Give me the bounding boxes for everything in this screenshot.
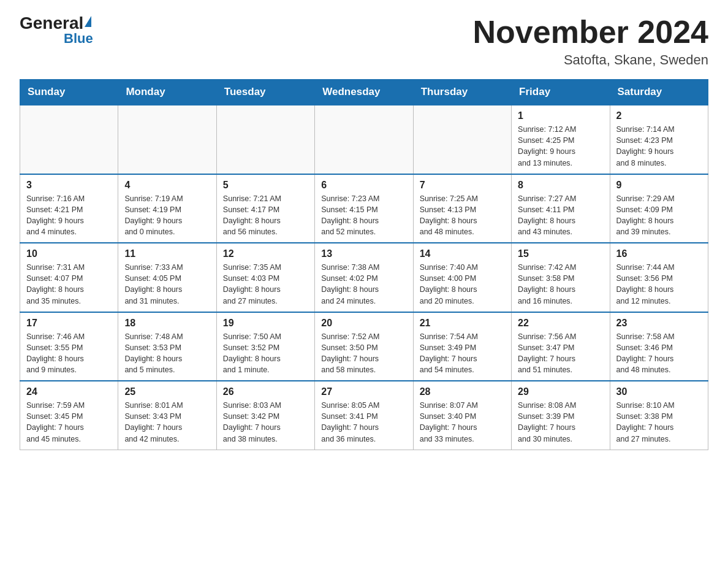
cell-w2d1: 4Sunrise: 7:19 AM Sunset: 4:19 PM Daylig…: [118, 174, 216, 243]
day-number: 16: [616, 248, 702, 259]
col-sunday: Sunday: [20, 80, 118, 105]
title-block: November 2024 Satofta, Skane, Sweden: [473, 15, 708, 68]
day-info: Sunrise: 7:16 AM Sunset: 4:21 PM Dayligh…: [26, 193, 112, 238]
logo-general-line: General: [20, 15, 91, 32]
logo-blue-text: Blue: [64, 31, 93, 46]
logo: General Blue: [20, 15, 93, 45]
logo-general-text: General: [20, 15, 83, 32]
day-info: Sunrise: 8:05 AM Sunset: 3:41 PM Dayligh…: [321, 400, 406, 445]
cell-w4d4: 21Sunrise: 7:54 AM Sunset: 3:49 PM Dayli…: [413, 312, 511, 381]
cell-w1d2: [216, 105, 314, 174]
day-info: Sunrise: 8:01 AM Sunset: 3:43 PM Dayligh…: [124, 400, 210, 445]
col-friday: Friday: [512, 80, 610, 105]
day-info: Sunrise: 7:12 AM Sunset: 4:25 PM Dayligh…: [518, 124, 603, 169]
day-number: 6: [321, 180, 406, 191]
day-number: 15: [518, 248, 603, 259]
day-info: Sunrise: 7:35 AM Sunset: 4:03 PM Dayligh…: [223, 262, 308, 307]
cell-w5d2: 26Sunrise: 8:03 AM Sunset: 3:42 PM Dayli…: [216, 381, 314, 450]
cell-w2d6: 9Sunrise: 7:29 AM Sunset: 4:09 PM Daylig…: [610, 174, 708, 243]
day-info: Sunrise: 7:48 AM Sunset: 3:53 PM Dayligh…: [124, 331, 210, 376]
week-row-2: 3Sunrise: 7:16 AM Sunset: 4:21 PM Daylig…: [20, 174, 708, 243]
day-info: Sunrise: 8:03 AM Sunset: 3:42 PM Dayligh…: [223, 400, 308, 445]
cell-w4d0: 17Sunrise: 7:46 AM Sunset: 3:55 PM Dayli…: [20, 312, 118, 381]
day-number: 4: [124, 180, 210, 191]
cell-w2d3: 6Sunrise: 7:23 AM Sunset: 4:15 PM Daylig…: [315, 174, 413, 243]
cell-w2d4: 7Sunrise: 7:25 AM Sunset: 4:13 PM Daylig…: [413, 174, 511, 243]
week-row-1: 1Sunrise: 7:12 AM Sunset: 4:25 PM Daylig…: [20, 105, 708, 174]
cell-w5d1: 25Sunrise: 8:01 AM Sunset: 3:43 PM Dayli…: [118, 381, 216, 450]
day-number: 28: [420, 386, 505, 397]
week-row-5: 24Sunrise: 7:59 AM Sunset: 3:45 PM Dayli…: [20, 381, 708, 450]
day-number: 5: [223, 180, 308, 191]
logo-blue-line: Blue: [42, 32, 93, 45]
cell-w2d5: 8Sunrise: 7:27 AM Sunset: 4:11 PM Daylig…: [512, 174, 610, 243]
day-number: 23: [616, 318, 702, 329]
day-info: Sunrise: 7:38 AM Sunset: 4:02 PM Dayligh…: [321, 262, 406, 307]
day-number: 7: [420, 180, 505, 191]
day-info: Sunrise: 7:58 AM Sunset: 3:46 PM Dayligh…: [616, 331, 702, 376]
cell-w2d0: 3Sunrise: 7:16 AM Sunset: 4:21 PM Daylig…: [20, 174, 118, 243]
col-wednesday: Wednesday: [315, 80, 413, 105]
day-number: 27: [321, 386, 406, 397]
cell-w3d3: 13Sunrise: 7:38 AM Sunset: 4:02 PM Dayli…: [315, 243, 413, 312]
cell-w1d1: [118, 105, 216, 174]
cell-w3d4: 14Sunrise: 7:40 AM Sunset: 4:00 PM Dayli…: [413, 243, 511, 312]
day-number: 18: [124, 318, 210, 329]
day-number: 22: [518, 318, 603, 329]
day-number: 9: [616, 180, 702, 191]
day-number: 29: [518, 386, 603, 397]
day-number: 24: [26, 386, 112, 397]
day-info: Sunrise: 7:40 AM Sunset: 4:00 PM Dayligh…: [420, 262, 505, 307]
day-number: 1: [518, 110, 603, 121]
day-number: 19: [223, 318, 308, 329]
day-number: 17: [26, 318, 112, 329]
calendar-title: November 2024: [473, 15, 708, 50]
header-row: Sunday Monday Tuesday Wednesday Thursday…: [20, 80, 708, 105]
cell-w5d0: 24Sunrise: 7:59 AM Sunset: 3:45 PM Dayli…: [20, 381, 118, 450]
cell-w4d5: 22Sunrise: 7:56 AM Sunset: 3:47 PM Dayli…: [512, 312, 610, 381]
logo-triangle-icon: [85, 16, 91, 27]
day-info: Sunrise: 8:08 AM Sunset: 3:39 PM Dayligh…: [518, 400, 603, 445]
cell-w5d5: 29Sunrise: 8:08 AM Sunset: 3:39 PM Dayli…: [512, 381, 610, 450]
day-info: Sunrise: 7:27 AM Sunset: 4:11 PM Dayligh…: [518, 193, 603, 238]
day-info: Sunrise: 7:46 AM Sunset: 3:55 PM Dayligh…: [26, 331, 112, 376]
week-row-4: 17Sunrise: 7:46 AM Sunset: 3:55 PM Dayli…: [20, 312, 708, 381]
cell-w3d0: 10Sunrise: 7:31 AM Sunset: 4:07 PM Dayli…: [20, 243, 118, 312]
col-saturday: Saturday: [610, 80, 708, 105]
day-number: 20: [321, 318, 406, 329]
day-number: 12: [223, 248, 308, 259]
cell-w1d6: 2Sunrise: 7:14 AM Sunset: 4:23 PM Daylig…: [610, 105, 708, 174]
day-info: Sunrise: 8:10 AM Sunset: 3:38 PM Dayligh…: [616, 400, 702, 445]
day-number: 30: [616, 386, 702, 397]
day-info: Sunrise: 8:07 AM Sunset: 3:40 PM Dayligh…: [420, 400, 505, 445]
cell-w3d1: 11Sunrise: 7:33 AM Sunset: 4:05 PM Dayli…: [118, 243, 216, 312]
day-info: Sunrise: 7:29 AM Sunset: 4:09 PM Dayligh…: [616, 193, 702, 238]
calendar-subtitle: Satofta, Skane, Sweden: [473, 52, 708, 68]
header: General Blue November 2024 Satofta, Skan…: [20, 15, 708, 68]
day-info: Sunrise: 7:23 AM Sunset: 4:15 PM Dayligh…: [321, 193, 406, 238]
col-tuesday: Tuesday: [216, 80, 314, 105]
col-monday: Monday: [118, 80, 216, 105]
day-number: 13: [321, 248, 406, 259]
day-info: Sunrise: 7:56 AM Sunset: 3:47 PM Dayligh…: [518, 331, 603, 376]
cell-w4d6: 23Sunrise: 7:58 AM Sunset: 3:46 PM Dayli…: [610, 312, 708, 381]
week-row-3: 10Sunrise: 7:31 AM Sunset: 4:07 PM Dayli…: [20, 243, 708, 312]
cell-w5d4: 28Sunrise: 8:07 AM Sunset: 3:40 PM Dayli…: [413, 381, 511, 450]
day-info: Sunrise: 7:31 AM Sunset: 4:07 PM Dayligh…: [26, 262, 112, 307]
col-thursday: Thursday: [413, 80, 511, 105]
day-number: 11: [124, 248, 210, 259]
cell-w2d2: 5Sunrise: 7:21 AM Sunset: 4:17 PM Daylig…: [216, 174, 314, 243]
day-info: Sunrise: 7:14 AM Sunset: 4:23 PM Dayligh…: [616, 124, 702, 169]
cell-w1d3: [315, 105, 413, 174]
cell-w1d4: [413, 105, 511, 174]
day-number: 26: [223, 386, 308, 397]
cell-w3d6: 16Sunrise: 7:44 AM Sunset: 3:56 PM Dayli…: [610, 243, 708, 312]
calendar-table: Sunday Monday Tuesday Wednesday Thursday…: [20, 79, 708, 450]
cell-w4d2: 19Sunrise: 7:50 AM Sunset: 3:52 PM Dayli…: [216, 312, 314, 381]
cell-w5d3: 27Sunrise: 8:05 AM Sunset: 3:41 PM Dayli…: [315, 381, 413, 450]
cell-w4d3: 20Sunrise: 7:52 AM Sunset: 3:50 PM Dayli…: [315, 312, 413, 381]
cell-w1d0: [20, 105, 118, 174]
day-info: Sunrise: 7:59 AM Sunset: 3:45 PM Dayligh…: [26, 400, 112, 445]
day-info: Sunrise: 7:50 AM Sunset: 3:52 PM Dayligh…: [223, 331, 308, 376]
day-info: Sunrise: 7:25 AM Sunset: 4:13 PM Dayligh…: [420, 193, 505, 238]
